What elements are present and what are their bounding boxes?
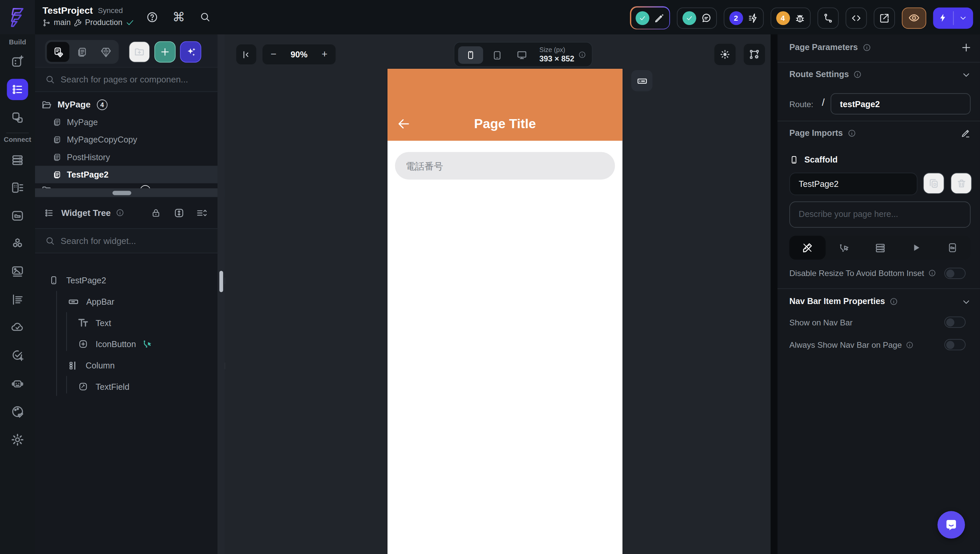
rail-integrations[interactable] (7, 233, 29, 255)
rail-ai-agent[interactable] (7, 373, 29, 394)
tab-backend-query[interactable] (862, 236, 898, 260)
tab-page-files[interactable] (934, 236, 970, 260)
global-search-button[interactable] (199, 11, 211, 23)
preview-textfield-input[interactable] (406, 161, 593, 171)
view-code-button[interactable] (846, 7, 867, 29)
appbar-icon (67, 296, 80, 308)
scrollbar-thumb[interactable] (220, 271, 223, 292)
ai-page-generator-button[interactable] (180, 42, 201, 63)
zoom-in-button[interactable]: + (322, 49, 328, 59)
left-panel-scrollbar[interactable] (217, 34, 225, 554)
tree-node-iconbutton[interactable]: IconButton (35, 334, 216, 355)
delete-page-button[interactable] (951, 172, 972, 194)
tab-actions[interactable] (826, 236, 862, 260)
widget-search[interactable] (35, 228, 225, 253)
rail-media-assets[interactable] (7, 261, 29, 283)
preview-button[interactable] (902, 7, 926, 29)
tablet-icon (492, 50, 502, 61)
keyboard-toggle-button[interactable] (631, 70, 652, 91)
design-canvas[interactable]: − 90% + Size (px) 393 × 852 (225, 34, 771, 554)
support-chat-button[interactable] (937, 511, 965, 538)
page-description-input[interactable] (789, 201, 970, 228)
route-settings-header: Route Settings (789, 69, 862, 79)
expand-panel-icon[interactable] (173, 207, 185, 219)
rail-cloud-functions[interactable] (7, 316, 29, 338)
rail-theme-settings[interactable] (7, 401, 29, 422)
device-desktop-button[interactable] (509, 46, 535, 64)
rail-app-assets[interactable] (7, 205, 29, 227)
app-logo[interactable] (0, 0, 35, 34)
collapse-left-panel-button[interactable] (236, 45, 256, 64)
issues-button[interactable]: 4 (771, 7, 811, 29)
run-button[interactable] (933, 12, 953, 23)
page-name-input[interactable] (789, 172, 917, 195)
tree-node-scaffold[interactable]: TestPage2 (35, 270, 216, 291)
add-folder-button[interactable] (129, 42, 150, 63)
tab-design[interactable] (789, 236, 826, 260)
zoom-out-button[interactable]: − (271, 49, 277, 59)
add-page-button[interactable] (154, 42, 176, 63)
lock-canvas-icon[interactable] (151, 207, 161, 218)
tab-pages-and-components[interactable] (47, 42, 69, 62)
chat-smile-icon (944, 518, 958, 532)
tab-pages[interactable] (71, 42, 93, 62)
page-row-selected[interactable]: TestPage2 (35, 166, 225, 183)
help-button[interactable] (146, 11, 158, 23)
rail-data-types[interactable] (7, 177, 29, 198)
phone-icon (49, 275, 59, 285)
tab-animations[interactable] (898, 236, 934, 260)
widget-tree-header: Widget Tree (35, 197, 225, 228)
topbar-actions: 2 4 (630, 6, 973, 29)
branch-environment[interactable]: main Production (42, 18, 134, 27)
tree-node-text[interactable]: Text (35, 312, 216, 334)
device-phone-button[interactable] (458, 46, 483, 64)
divider (778, 288, 980, 289)
rail-custom-code[interactable] (7, 289, 29, 310)
phone-preview[interactable]: Page Title (387, 69, 622, 554)
share-export-button[interactable] (873, 7, 895, 29)
tree-node-appbar[interactable]: AppBar (35, 291, 216, 312)
page-row[interactable]: MyPage (35, 113, 225, 131)
page-row[interactable]: PostHistory (35, 148, 225, 166)
preview-app-bar[interactable]: Page Title (387, 69, 622, 141)
page-gem-icon (52, 46, 64, 58)
canvas-inspector-divider[interactable] (771, 34, 778, 554)
rail-widget-palette[interactable] (7, 51, 29, 72)
rail-tests[interactable] (7, 345, 29, 366)
preview-textfield[interactable] (395, 152, 615, 179)
always-show-navbar-toggle[interactable] (944, 339, 966, 350)
add-parameter-button[interactable] (961, 42, 972, 53)
rail-page-selector[interactable] (7, 79, 29, 100)
light-mode-toggle-button[interactable] (714, 44, 736, 65)
collapse-section-chevron[interactable] (961, 297, 971, 307)
pages-search-input[interactable] (61, 74, 204, 85)
run-options-button[interactable] (953, 13, 973, 22)
actions-status-button[interactable]: 2 (724, 7, 764, 29)
page-row[interactable]: MyPageCopyCopy (35, 131, 225, 148)
edit-imports-button[interactable] (961, 128, 970, 138)
tab-components[interactable] (94, 42, 117, 62)
disable-resize-toggle[interactable] (944, 268, 966, 279)
collapse-section-chevron[interactable] (961, 70, 971, 80)
device-tablet-button[interactable] (485, 46, 509, 64)
rail-components[interactable] (7, 107, 29, 128)
tree-node-column[interactable]: Column (35, 355, 216, 376)
tree-node-textfield[interactable]: TextField (35, 376, 216, 397)
widget-search-input[interactable] (61, 236, 204, 246)
pages-search[interactable] (35, 67, 225, 92)
canvas-settings-button[interactable] (744, 44, 765, 65)
panel-resize-divider[interactable] (35, 188, 225, 197)
duplicate-page-button[interactable]: D (923, 172, 944, 194)
sparkles-icon (185, 46, 197, 58)
comments-button[interactable] (677, 7, 717, 29)
folder-row[interactable]: MyPage 4 (35, 96, 225, 113)
route-input[interactable] (830, 93, 970, 115)
rail-settings[interactable] (7, 429, 29, 450)
storyboard-button[interactable] (818, 7, 839, 29)
shortcuts-button[interactable]: ⌘ (172, 10, 185, 24)
collapse-all-icon[interactable] (196, 207, 208, 219)
drag-grip[interactable] (112, 190, 131, 195)
show-on-navbar-toggle[interactable] (944, 316, 966, 328)
review-changes-button[interactable] (630, 6, 670, 29)
rail-database[interactable] (7, 150, 29, 171)
